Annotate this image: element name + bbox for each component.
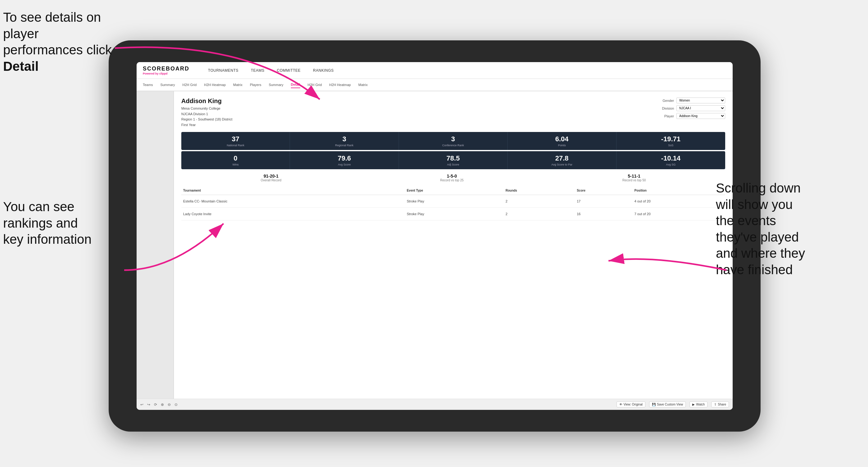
stat-conference-rank-value: 3	[401, 135, 505, 143]
subnav-matrix[interactable]: Matrix	[233, 82, 243, 88]
eye-icon: 👁	[619, 403, 622, 406]
refresh-icon[interactable]: ⟳	[154, 402, 157, 407]
stat-adj-score-label: Adj Score	[401, 163, 505, 166]
share-button[interactable]: ⇧ Share	[711, 402, 729, 407]
row1-rounds: 2	[503, 195, 575, 208]
redo-icon[interactable]: ↪	[147, 402, 150, 407]
subnav-summary[interactable]: Summary	[160, 82, 175, 88]
record-top50: 5-11-1 Record vs top 50	[622, 174, 646, 182]
player-name: Addison King	[181, 97, 232, 105]
subnav-h2h-grid2[interactable]: H2H Grid	[308, 82, 322, 88]
annotation-right-text: Scrolling downwill show youthe eventsthe…	[716, 181, 805, 277]
nav-teams[interactable]: TEAMS	[251, 67, 265, 74]
stat-sos: -19.71 SoS	[617, 132, 725, 150]
stat-wins-label: Wins	[184, 163, 287, 166]
subnav-teams[interactable]: Teams	[143, 82, 153, 88]
stat-points-label: Points	[510, 144, 614, 147]
stat-wins: 0 Wins	[181, 151, 290, 169]
view-original-button[interactable]: 👁 View: Original	[617, 402, 646, 407]
annotation-bottom-left: You can seerankings andkey information	[3, 199, 121, 248]
nav-tournaments[interactable]: TOURNAMENTS	[208, 67, 239, 74]
col-score: Score	[575, 186, 633, 195]
row1-event-type: Stroke Play	[405, 195, 503, 208]
subnav-h2h-heatmap2[interactable]: H2H Heatmap	[330, 82, 351, 88]
stat-points-value: 6.04	[510, 135, 614, 143]
record-overall-value: 91-20-1	[261, 174, 282, 179]
minus-icon[interactable]: ⊖	[168, 402, 171, 407]
player-select[interactable]: Addison King	[677, 113, 725, 119]
subnav-players[interactable]: Players	[250, 82, 261, 88]
stat-conference-rank-label: Conference Rank	[401, 144, 505, 147]
table-header-row: Tournament Event Type Rounds Score Posit…	[181, 186, 725, 195]
stat-national-rank-label: National Rank	[184, 144, 287, 147]
save-custom-view-label: Save Custom View	[657, 403, 683, 406]
stat-regional-rank-label: Regional Rank	[292, 144, 396, 147]
annotation-right: Scrolling downwill show youthe eventsthe…	[716, 180, 865, 278]
sub-nav: Teams Summary H2H Grid H2H Heatmap Matri…	[136, 79, 733, 91]
stat-adj-score-value: 78.5	[401, 154, 505, 162]
record-top50-value: 5-11-1	[622, 174, 646, 179]
stat-avg-sg-label: Avg SG	[619, 163, 723, 166]
player-year: First Year	[181, 122, 232, 128]
row2-position: 7 out of 20	[633, 208, 725, 220]
player-filter: Player Addison King	[657, 113, 725, 119]
col-tournament: Tournament	[181, 186, 405, 195]
annotation-top-left: To see details on player performances cl…	[3, 9, 118, 74]
player-filters: Gender Women Division NJCAA I	[657, 97, 725, 119]
row2-rounds: 2	[503, 208, 575, 220]
col-event-type: Event Type	[405, 186, 503, 195]
row2-tournament: Lady Coyote Invite	[181, 208, 405, 220]
record-top25-label: Record vs top 25	[440, 179, 464, 182]
share-icon: ⇧	[714, 403, 716, 406]
watch-label: Watch	[696, 403, 705, 406]
nav-rankings[interactable]: RANKINGS	[313, 67, 334, 74]
record-top25: 1-5-0 Record vs top 25	[440, 174, 464, 182]
division-select[interactable]: NJCAA I	[677, 105, 725, 111]
stats-row1: 37 National Rank 3 Regional Rank 3 Confe…	[181, 132, 725, 150]
stat-avg-sg-value: -10.14	[619, 154, 723, 162]
gender-select[interactable]: Women	[677, 97, 725, 103]
stat-regional-rank: 3 Regional Rank	[290, 132, 399, 150]
save-icon: 💾	[652, 403, 656, 406]
stat-regional-rank-value: 3	[292, 135, 396, 143]
subnav-detail[interactable]: Detail	[291, 81, 300, 88]
annotation-top-left-text: To see details on player performances cl…	[3, 10, 112, 73]
undo-icon[interactable]: ↩	[140, 402, 144, 407]
player-school: Mesa Community College	[181, 106, 232, 112]
player-info: Addison King Mesa Community College NJCA…	[181, 97, 232, 128]
table-row: Lady Coyote Invite Stroke Play 2 16 7 ou…	[181, 208, 725, 220]
subnav-h2h-grid[interactable]: H2H Grid	[182, 82, 196, 88]
player-header: Addison King Mesa Community College NJCA…	[181, 97, 725, 128]
nav-committee[interactable]: COMMITTEE	[277, 67, 301, 74]
stat-points: 6.04 Points	[507, 132, 616, 150]
stat-avg-score: 79.6 Avg Score	[290, 151, 399, 169]
row2-event-type: Stroke Play	[405, 208, 503, 220]
stat-avg-sg: -10.14 Avg SG	[617, 151, 725, 169]
stat-wins-value: 0	[184, 154, 287, 162]
view-original-label: View: Original	[624, 403, 643, 406]
annotation-bottom-left-text: You can seerankings andkey information	[3, 199, 92, 247]
col-position: Position	[633, 186, 725, 195]
row2-score: 16	[575, 208, 633, 220]
player-label: Player	[657, 114, 674, 118]
record-overall: 91-20-1 Overall Record	[261, 174, 282, 182]
clock-icon[interactable]: ⊙	[175, 402, 178, 407]
stats-row2: 0 Wins 79.6 Avg Score 78.5 Adj Score 27.…	[181, 151, 725, 169]
stat-avg-score-par: 27.8 Avg Score to Par	[507, 151, 616, 169]
records-row: 91-20-1 Overall Record 1-5-0 Record vs t…	[181, 174, 725, 182]
subnav-summary2[interactable]: Summary	[269, 82, 283, 88]
subnav-h2h-heatmap[interactable]: H2H Heatmap	[204, 82, 226, 88]
table-row: Estella CC- Mountain Classic Stroke Play…	[181, 195, 725, 208]
stat-adj-score: 78.5 Adj Score	[399, 151, 507, 169]
bottom-toolbar: ↩ ↪ ⟳ ⊕ ⊖ ⊙ 👁 View: Original 💾 Save Cust…	[136, 399, 733, 410]
events-table: Tournament Event Type Rounds Score Posit…	[181, 186, 725, 220]
zoom-icon[interactable]: ⊕	[161, 402, 164, 407]
top-nav: SCOREBOARD Powered by clippd TOURNAMENTS…	[136, 62, 733, 79]
row1-position: 4 out of 20	[633, 195, 725, 208]
gender-filter: Gender Women	[657, 97, 725, 103]
stat-sos-label: SoS	[619, 144, 723, 147]
stat-avg-score-value: 79.6	[292, 154, 396, 162]
watch-button[interactable]: ▶ Watch	[689, 402, 708, 407]
subnav-matrix2[interactable]: Matrix	[358, 82, 368, 88]
save-custom-view-button[interactable]: 💾 Save Custom View	[649, 402, 686, 407]
